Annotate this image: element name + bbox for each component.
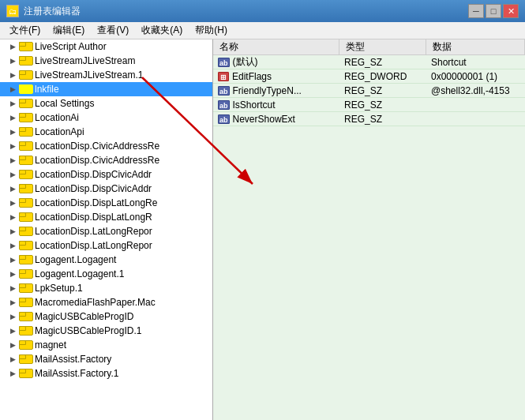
main-content: ▶LiveScript Author▶LiveStreamJLiveStream… — [0, 39, 525, 420]
cell-name: abNeverShowExt — [213, 114, 339, 125]
tree-item-label: LocationDisp.LatLongRepor — [35, 226, 152, 237]
tree-item[interactable]: ▶Local Settings — [0, 96, 212, 111]
expand-arrow-icon: ▶ — [8, 241, 17, 250]
tree-item[interactable]: ▶LiveStreamJLiveStream — [0, 54, 212, 68]
tree-item-label: magnet — [35, 339, 66, 351]
tree-item[interactable]: ▶LocationAi — [0, 111, 212, 125]
tree-item-label: LocationDisp.CivicAddressRe — [35, 155, 159, 166]
reg-type-icon: ab — [218, 100, 230, 110]
cell-name-text: IsShortcut — [233, 99, 276, 111]
tree-item-label: LiveStreamJLiveStream.1 — [35, 69, 143, 81]
tree-item[interactable]: ▶LocationDisp.DispCivicAddr — [0, 182, 212, 196]
app-icon: 🗂 — [6, 5, 19, 17]
menu-file[interactable]: 文件(F) — [3, 22, 47, 39]
expand-arrow-icon: ▶ — [8, 56, 17, 66]
cell-name: abFriendlyTypeN... — [213, 85, 339, 96]
expand-arrow-icon: ▶ — [8, 141, 17, 151]
tree-item-label: LiveStreamJLiveStream — [35, 55, 135, 66]
cell-type: REG_SZ — [339, 114, 426, 125]
right-panel: 名称 类型 数据 ab(默认)REG_SZShortcut⊞EditFlagsR… — [213, 39, 525, 420]
expand-arrow-icon: ▶ — [8, 198, 17, 208]
tree-item[interactable]: ▶MagicUSBCableProgID — [0, 309, 212, 324]
window-controls: ─ □ ✕ — [468, 4, 519, 18]
reg-type-icon: ab — [218, 86, 230, 96]
expand-arrow-icon: ▶ — [8, 70, 17, 80]
tree-item[interactable]: ▶MailAssist.Factory.1 — [0, 366, 212, 381]
folder-icon — [19, 340, 32, 350]
reg-type-icon: ab — [218, 114, 230, 124]
folder-icon — [19, 269, 32, 279]
menu-favorites[interactable]: 收藏夹(A) — [135, 22, 189, 39]
cell-name: abIsShortcut — [213, 99, 339, 111]
col-header-name: 名称 — [213, 39, 339, 54]
table-row[interactable]: ⊞EditFlagsREG_DWORD0x00000001 (1) — [213, 69, 525, 84]
tree-item-label: LocationDisp.DispCivicAddr — [35, 169, 152, 180]
tree-item[interactable]: ▶MagicUSBCableProgID.1 — [0, 324, 212, 338]
tree-item[interactable]: ▶magnet — [0, 338, 212, 352]
cell-type: REG_SZ — [339, 99, 426, 111]
tree-item-label: LocationDisp.CivicAddressRe — [35, 141, 159, 152]
folder-icon — [19, 255, 32, 264]
tree-item[interactable]: ▶LocationDisp.LatLongRepor — [0, 224, 212, 238]
folder-icon — [19, 184, 32, 193]
folder-icon — [19, 170, 32, 179]
tree-item-label: Local Settings — [35, 98, 94, 109]
expand-arrow-icon: ▶ — [8, 212, 17, 222]
tree-item[interactable]: ▶LiveStreamJLiveStream.1 — [0, 68, 212, 82]
close-button[interactable]: ✕ — [503, 4, 519, 18]
tree-item[interactable]: ▶LpkSetup.1 — [0, 281, 212, 295]
tree-item[interactable]: ▶LocationDisp.LatLongRepor — [0, 238, 212, 253]
folder-icon — [19, 212, 32, 222]
folder-icon — [19, 198, 32, 208]
tree-item[interactable]: ▶LocationDisp.CivicAddressRe — [0, 139, 212, 153]
tree-item[interactable]: ▶LocationDisp.DispLatLongRe — [0, 196, 212, 210]
tree-scroll[interactable]: ▶LiveScript Author▶LiveStreamJLiveStream… — [0, 39, 212, 420]
folder-icon — [19, 127, 32, 137]
menu-help[interactable]: 帮助(H) — [189, 22, 234, 39]
expand-arrow-icon: ▶ — [8, 170, 17, 179]
tree-item[interactable]: ▶MacromediaFlashPaper.Mac — [0, 295, 212, 309]
expand-arrow-icon: ▶ — [8, 99, 17, 108]
table-row[interactable]: abIsShortcutREG_SZ — [213, 98, 525, 112]
tree-item-label: LpkSetup.1 — [35, 283, 83, 294]
folder-icon — [19, 354, 32, 364]
table-row[interactable]: ab(默认)REG_SZShortcut — [213, 55, 525, 69]
tree-item[interactable]: ▶Logagent.Logagent.1 — [0, 267, 212, 281]
window-title: 注册表编辑器 — [24, 5, 81, 18]
tree-item-label: LocationDisp.DispLatLongRe — [35, 197, 157, 208]
tree-panel: ▶LiveScript Author▶LiveStreamJLiveStream… — [0, 39, 213, 420]
menu-bar: 文件(F) 编辑(E) 查看(V) 收藏夹(A) 帮助(H) — [0, 22, 525, 39]
menu-edit[interactable]: 编辑(E) — [47, 22, 91, 39]
tree-item-label: LocationDisp.DispLatLongR — [35, 212, 152, 223]
folder-icon — [19, 298, 32, 307]
expand-arrow-icon: ▶ — [8, 369, 17, 378]
col-header-type: 类型 — [339, 39, 426, 54]
menu-view[interactable]: 查看(V) — [91, 22, 135, 39]
col-header-data: 数据 — [426, 39, 525, 54]
tree-item[interactable]: ▶LiveScript Author — [0, 39, 212, 54]
expand-arrow-icon: ▶ — [8, 227, 17, 236]
tree-item[interactable]: ▶LocationApi — [0, 125, 212, 139]
title-bar: 🗂 注册表编辑器 ─ □ ✕ — [0, 0, 525, 22]
tree-item[interactable]: ▶lnkfile — [0, 82, 212, 96]
reg-type-icon: ab — [218, 58, 230, 67]
table-row[interactable]: abNeverShowExtREG_SZ — [213, 112, 525, 126]
tree-item[interactable]: ▶LocationDisp.DispCivicAddr — [0, 167, 212, 182]
tree-item[interactable]: ▶MailAssist.Factory — [0, 352, 212, 366]
cell-type: REG_SZ — [339, 57, 426, 68]
table-header: 名称 类型 数据 — [213, 39, 525, 55]
tree-item-label: MailAssist.Factory.1 — [35, 368, 118, 379]
tree-item-label: MagicUSBCableProgID.1 — [35, 325, 141, 336]
cell-name: ab(默认) — [213, 55, 339, 69]
cell-name-text: (默认) — [233, 55, 258, 69]
cell-type: REG_DWORD — [339, 71, 426, 82]
tree-item[interactable]: ▶LocationDisp.CivicAddressRe — [0, 153, 212, 167]
minimize-button[interactable]: ─ — [468, 4, 484, 18]
table-row[interactable]: abFriendlyTypeN...REG_SZ@shell32.dll,-41… — [213, 84, 525, 98]
folder-icon — [19, 113, 32, 122]
maximize-button[interactable]: □ — [486, 4, 501, 18]
expand-arrow-icon: ▶ — [8, 42, 17, 51]
tree-item-label: LocationAi — [35, 112, 79, 123]
tree-item[interactable]: ▶LocationDisp.DispLatLongR — [0, 210, 212, 224]
tree-item[interactable]: ▶Logagent.Logagent — [0, 253, 212, 267]
